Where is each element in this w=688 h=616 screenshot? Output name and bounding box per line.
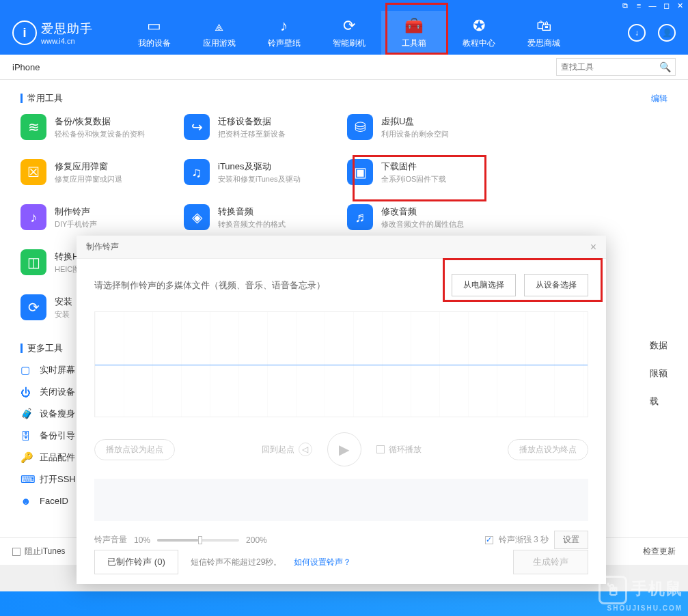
download-icon[interactable]: ↓	[628, 24, 646, 42]
tool-title: 下载固件	[381, 160, 446, 173]
choose-from-device-button[interactable]: 从设备选择	[524, 274, 588, 296]
tab-my-device[interactable]: ▭我的设备	[122, 11, 187, 55]
tool-title: 制作铃声	[55, 206, 97, 218]
tool-item[interactable]: ≋备份/恢复数据轻松备份和恢复设备的资料	[20, 114, 184, 140]
tool-title: 修复应用弹窗	[55, 160, 122, 173]
tool-item[interactable]: ⛁虚拟U盘利用设备的剩余空间	[347, 114, 510, 140]
logo[interactable]: i 爱思助手 www.i4.cn	[12, 20, 122, 45]
tool-icon: ▣	[347, 159, 373, 185]
tab-apps-games[interactable]: ⟁应用游戏	[187, 11, 251, 55]
tab-toolbox[interactable]: 🧰工具箱	[381, 11, 446, 55]
tab-ringtone-wallpaper[interactable]: ♪铃声壁纸	[251, 11, 316, 55]
tool-item[interactable]: ◈转换音频转换音频文件的格式	[184, 204, 347, 230]
more-tool-icon: 🗄	[20, 430, 33, 442]
play-button[interactable]: ▶	[327, 432, 361, 466]
tool-desc: 轻松备份和恢复设备的资料	[55, 129, 145, 139]
device-name[interactable]: iPhone	[12, 62, 40, 72]
tool-title: 迁移设备数据	[218, 115, 286, 128]
edit-link[interactable]: 编辑	[651, 93, 668, 104]
tool-item[interactable]: ♪制作铃声DIY手机铃声	[20, 204, 184, 230]
more-tool-label: 设备瘦身	[40, 408, 75, 420]
tab-tutorials[interactable]: ✪教程中心	[446, 11, 511, 55]
playback-controls: 播放点设为起点 回到起点◁ ▶ 循环播放 播放点设为终点	[94, 432, 588, 466]
set-end-button[interactable]: 播放点设为终点	[508, 439, 588, 460]
tool-item[interactable]: ▣下载固件全系列iOS固件下载	[347, 159, 510, 185]
search-box[interactable]: 🔍	[556, 58, 676, 76]
app-url: www.i4.cn	[41, 37, 93, 45]
modal-prompt: 请选择制作铃声的多媒体文件（视频、音乐、语音备忘录）	[94, 279, 325, 292]
block-itunes-checkbox[interactable]	[12, 548, 20, 556]
volume-label: 铃声音量	[94, 534, 127, 546]
tool-item[interactable]: ☒修复应用弹窗修复应用弹窗或闪退	[20, 159, 184, 185]
search-input[interactable]	[561, 62, 659, 72]
section-title-common: 常用工具	[27, 92, 63, 104]
tool-title: 修改音频	[381, 206, 464, 218]
tool-icon: ⛁	[347, 114, 373, 140]
block-itunes-label: 阻止iTunes	[25, 546, 66, 557]
close-window-icon[interactable]: ✕	[676, 1, 684, 10]
waveform-area[interactable]	[94, 311, 588, 417]
user-icon[interactable]: 👤	[658, 24, 676, 42]
fade-in-checkbox[interactable]	[485, 536, 493, 544]
accent-bar	[20, 94, 23, 103]
more-tool-icon: ☻	[20, 495, 33, 507]
tool-icon: ↪	[184, 114, 210, 140]
tool-icon: ♪	[20, 204, 46, 230]
tool-icon: ♫	[184, 159, 210, 185]
tool-desc: 修复应用弹窗或闪退	[55, 174, 122, 184]
fade-label: 铃声渐强 3 秒	[499, 534, 549, 546]
back-to-start-label: 回到起点	[262, 444, 294, 456]
search-icon[interactable]: 🔍	[659, 61, 671, 72]
fade-settings-button[interactable]: 设置	[554, 531, 588, 549]
maximize-icon[interactable]: ◻	[662, 1, 670, 10]
logo-icon: i	[12, 20, 37, 45]
howto-link[interactable]: 如何设置铃声？	[294, 557, 351, 568]
check-update-link[interactable]: 检查更新	[643, 546, 676, 557]
minimize-icon[interactable]: —	[648, 1, 657, 10]
accent-bar	[20, 344, 23, 353]
watermark: 🖱手机鼠 SHOUJISHU.COM	[598, 576, 683, 612]
more-tool-icon: 🔑	[20, 451, 33, 464]
tab-smart-flash[interactable]: ⟳智能刷机	[316, 11, 381, 55]
loop-checkbox[interactable]	[376, 445, 385, 453]
bag-icon: 🛍	[536, 17, 551, 35]
modal-close-icon[interactable]: ×	[590, 241, 596, 253]
nav-tabs: ▭我的设备 ⟁应用游戏 ♪铃声壁纸 ⟳智能刷机 🧰工具箱 ✪教程中心 🛍爱思商城	[122, 11, 628, 55]
header: i 爱思助手 www.i4.cn ▭我的设备 ⟁应用游戏 ♪铃声壁纸 ⟳智能刷机…	[0, 11, 688, 55]
tab-store[interactable]: 🛍爱思商城	[511, 11, 576, 55]
tool-desc: 把资料迁移至新设备	[218, 129, 286, 139]
app-title: 爱思助手	[41, 20, 93, 37]
tool-title: 安装	[55, 296, 72, 308]
more-tool-label: 正品配件	[40, 451, 75, 464]
tool-desc: 安装和修复iTunes及驱动	[218, 174, 301, 184]
tool-desc: 转换音频文件的格式	[218, 219, 286, 229]
make-ringtone-modal: 制作铃声 × 请选择制作铃声的多媒体文件（视频、音乐、语音备忘录） 从电脑选择 …	[77, 236, 606, 584]
volume-slider[interactable]	[157, 539, 239, 542]
volume-min: 10%	[134, 535, 150, 545]
bottom-strip	[0, 591, 688, 616]
volume-max: 200%	[246, 535, 267, 545]
generate-ringtone-button[interactable]: 生成铃声	[513, 550, 588, 574]
made-ringtones-button[interactable]: 已制作铃声 (0)	[94, 550, 178, 574]
music-icon: ♪	[280, 17, 288, 35]
more-tool-label: 打开SSH	[40, 473, 76, 486]
menu-icon[interactable]: ≡	[635, 1, 643, 10]
back-to-start-icon[interactable]: ◁	[299, 443, 312, 456]
toolbox-icon: 🧰	[404, 17, 423, 35]
loop-label: 循环播放	[389, 444, 422, 456]
subheader: iPhone 🔍	[0, 55, 688, 80]
more-tool-icon: ▢	[20, 364, 33, 376]
tool-item[interactable]: ♫iTunes及驱动安装和修复iTunes及驱动	[184, 159, 347, 185]
refresh-icon: ⟳	[343, 17, 355, 35]
tool-item[interactable]: ↪迁移设备数据把资料迁移至新设备	[184, 114, 347, 140]
choose-from-pc-button[interactable]: 从电脑选择	[452, 274, 516, 296]
tool-item[interactable]: ♬修改音频修改音频文件的属性信息	[347, 204, 510, 230]
set-start-button[interactable]: 播放点设为起点	[94, 439, 175, 460]
tool-title: 转换音频	[218, 206, 286, 218]
duration-tip: 短信铃声不能超过29秒。	[191, 557, 281, 568]
device-icon: ▭	[147, 17, 161, 35]
gift-icon[interactable]: ⧉	[621, 1, 629, 10]
titlebar: ⧉ ≡ — ◻ ✕	[0, 0, 688, 11]
tool-icon: ≋	[20, 114, 46, 140]
partial-visible-items: 数据 限额 载	[650, 339, 668, 408]
